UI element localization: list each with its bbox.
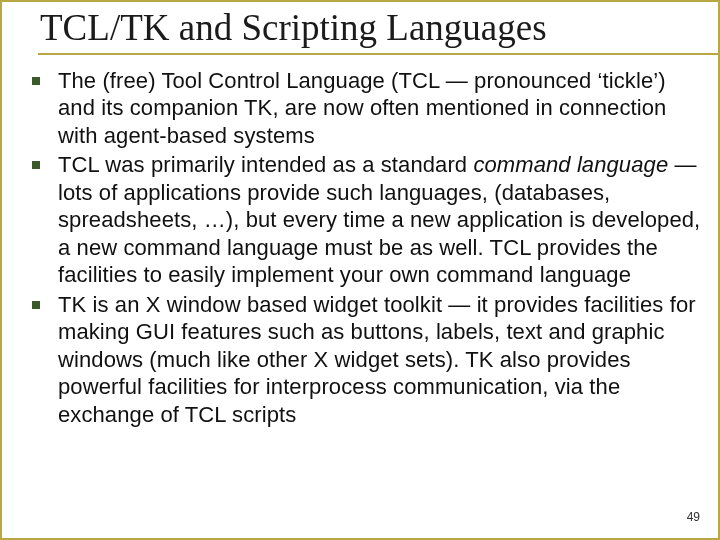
bullet-text: TK is an X window based widget toolkit —… <box>58 291 706 429</box>
list-item: TCL was primarily intended as a standard… <box>32 151 706 289</box>
page-number: 49 <box>687 510 700 524</box>
list-item: The (free) Tool Control Language (TCL — … <box>32 67 706 150</box>
slide-body: The (free) Tool Control Language (TCL — … <box>2 67 718 429</box>
text-italic: command language <box>473 152 668 177</box>
slide: TCL/TK and Scripting Languages The (free… <box>0 0 720 540</box>
bullet-text: TCL was primarily intended as a standard… <box>58 151 706 289</box>
bullet-icon <box>32 77 40 85</box>
bullet-text: The (free) Tool Control Language (TCL — … <box>58 67 706 150</box>
list-item: TK is an X window based widget toolkit —… <box>32 291 706 429</box>
text-pre: TK is an X window based widget toolkit —… <box>58 292 696 427</box>
bullet-icon <box>32 301 40 309</box>
text-pre: TCL was primarily intended as a standard <box>58 152 473 177</box>
slide-title: TCL/TK and Scripting Languages <box>38 2 718 55</box>
text-pre: The (free) Tool Control Language (TCL — … <box>58 68 666 148</box>
bullet-icon <box>32 161 40 169</box>
